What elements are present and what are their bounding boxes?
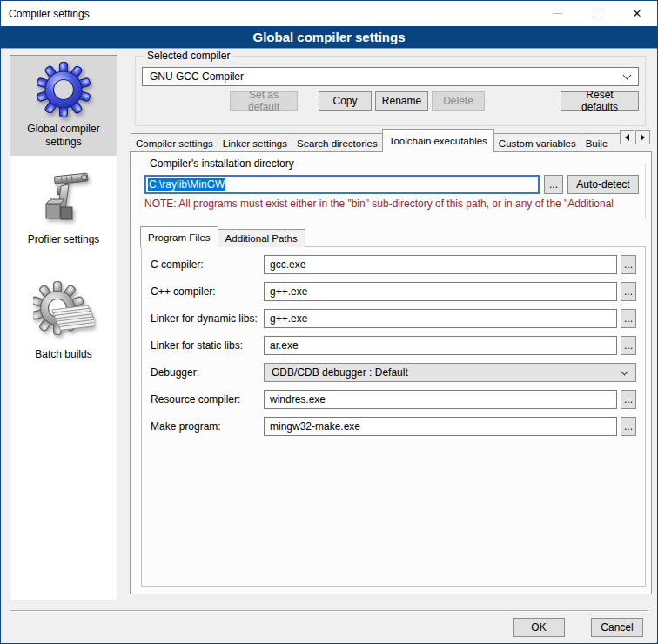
settings-tabstrip: Compiler settings Linker settings Search… <box>131 129 652 152</box>
sidebar-item-global-compiler-settings[interactable]: Global compiler settings <box>10 56 117 156</box>
installation-directory-input[interactable]: C:\raylib\MinGW <box>144 175 540 194</box>
tab-search-directories[interactable]: Search directories <box>292 133 383 152</box>
tab-custom-variables[interactable]: Custom variables <box>494 133 581 152</box>
close-button[interactable]: ✕ <box>617 1 657 26</box>
cpp-compiler-input[interactable] <box>264 282 617 301</box>
linker-static-input[interactable] <box>264 336 617 355</box>
tab-scroll-buttons <box>620 130 650 144</box>
copy-button[interactable]: Copy <box>319 91 372 111</box>
minimize-icon <box>553 13 562 14</box>
program-files-tabstrip: Program Files Additional Paths <box>141 226 306 247</box>
resource-compiler-input[interactable] <box>264 390 617 409</box>
browse-c-compiler-button[interactable]: ... <box>621 255 636 274</box>
field-label: Linker for dynamic libs: <box>151 312 264 325</box>
compiler-buttons-row: Set as default Copy Rename Delete Reset … <box>142 91 639 111</box>
chevron-down-icon <box>623 71 632 80</box>
set-as-default-button: Set as default <box>230 91 298 111</box>
sidebar-item-label: Profiler settings <box>13 233 114 246</box>
compiler-settings-dialog: Compiler settings ✕ Global compiler sett… <box>0 0 658 644</box>
note-text: NOTE: All programs must exist either in … <box>144 198 639 210</box>
compiler-select[interactable]: GNU GCC Compiler <box>142 67 639 86</box>
form-row-c-compiler: C compiler: ... <box>151 255 636 274</box>
linker-dynamic-input[interactable] <box>264 309 617 328</box>
form-row-make-program: Make program: ... <box>151 417 636 436</box>
form-row-linker-static: Linker for static libs: ... <box>151 336 636 355</box>
chevron-down-icon <box>621 367 629 376</box>
tab-scroll-right-button[interactable] <box>635 130 650 144</box>
settings-category-list: Global compiler settings <box>10 55 118 600</box>
maximize-button[interactable] <box>577 1 617 26</box>
selected-path-text: C:\raylib\MinGW <box>148 178 225 191</box>
form-row-linker-dynamic: Linker for dynamic libs: ... <box>151 309 636 328</box>
browse-directory-button[interactable]: ... <box>544 175 563 194</box>
close-icon: ✕ <box>633 7 642 20</box>
tab-program-files[interactable]: Program Files <box>140 226 218 247</box>
debugger-select[interactable]: GDB/CDB debugger : Default <box>264 363 636 382</box>
selected-compiler-group: Selected compiler GNU GCC Compiler Set a… <box>135 50 646 126</box>
blue-gear-icon <box>36 62 91 117</box>
ok-button[interactable]: OK <box>513 618 565 637</box>
browse-linker-static-button[interactable]: ... <box>621 336 636 355</box>
browse-linker-dynamic-button[interactable]: ... <box>621 309 636 328</box>
debugger-select-value: GDB/CDB debugger : Default <box>272 366 408 379</box>
sidebar-item-batch-builds[interactable]: Batch builds <box>10 272 117 368</box>
c-compiler-input[interactable] <box>264 255 617 274</box>
field-label: Resource compiler: <box>151 393 264 406</box>
tab-build-options-clipped[interactable]: Builc <box>581 133 621 152</box>
tabs-clip: Compiler settings Linker settings Search… <box>131 129 621 152</box>
tab-compiler-settings[interactable]: Compiler settings <box>131 133 218 152</box>
sidebar-item-profiler-settings[interactable]: Profiler settings <box>10 164 117 253</box>
tab-linker-settings[interactable]: Linker settings <box>218 133 292 152</box>
reset-defaults-button[interactable]: Reset defaults <box>561 91 639 111</box>
form-row-resource-compiler: Resource compiler: ... <box>151 390 636 409</box>
caliper-icon <box>36 171 91 228</box>
field-label: C++ compiler: <box>151 285 264 298</box>
field-label: C compiler: <box>151 258 264 271</box>
browse-make-program-button[interactable]: ... <box>621 417 636 436</box>
sidebar-item-label: Batch builds <box>13 348 114 361</box>
tab-scroll-left-button[interactable] <box>620 130 634 144</box>
sidebar-item-label: Global compiler settings <box>13 123 114 149</box>
maximize-icon <box>594 10 601 17</box>
delete-button: Delete <box>432 91 485 111</box>
form-row-cpp-compiler: C++ compiler: ... <box>151 282 636 301</box>
selected-compiler-legend: Selected compiler <box>144 50 232 62</box>
tab-additional-paths[interactable]: Additional Paths <box>218 229 306 247</box>
rename-button[interactable]: Rename <box>375 91 428 111</box>
toolchain-executables-page: Compiler's installation directory C:\ray… <box>130 151 652 594</box>
auto-detect-button[interactable]: Auto-detect <box>567 175 639 194</box>
left-triangle-icon <box>625 134 629 141</box>
form-row-debugger: Debugger: GDB/CDB debugger : Default <box>151 363 636 382</box>
minimize-button[interactable] <box>537 1 577 26</box>
tab-toolchain-executables[interactable]: Toolchain executables <box>382 129 494 152</box>
main-panel: Selected compiler GNU GCC Compiler Set a… <box>130 50 652 594</box>
resize-grip[interactable] <box>651 637 653 639</box>
window-title: Compiler settings <box>1 8 90 20</box>
compiler-select-value: GNU GCC Compiler <box>150 70 244 83</box>
right-triangle-icon <box>641 134 645 141</box>
installation-directory-row: C:\raylib\MinGW ... Auto-detect <box>144 175 639 194</box>
installation-directory-legend: Compiler's installation directory <box>147 158 297 170</box>
installation-directory-group: Compiler's installation directory C:\ray… <box>138 158 646 218</box>
program-files-page: C compiler: ... C++ compiler: ... Linker… <box>141 246 646 587</box>
cancel-button[interactable]: Cancel <box>591 618 643 637</box>
field-label: Make program: <box>151 420 264 433</box>
field-label: Debugger: <box>151 366 264 379</box>
title-bar: Compiler settings ✕ <box>1 1 657 26</box>
window-controls: ✕ <box>537 1 657 26</box>
page-title: Global compiler settings <box>1 26 657 49</box>
browse-cpp-compiler-button[interactable]: ... <box>621 282 636 301</box>
gray-gear-stack-icon <box>33 278 94 343</box>
browse-resource-compiler-button[interactable]: ... <box>621 390 636 409</box>
make-program-input[interactable] <box>264 417 617 436</box>
footer-separator <box>10 610 648 611</box>
field-label: Linker for static libs: <box>151 339 264 352</box>
